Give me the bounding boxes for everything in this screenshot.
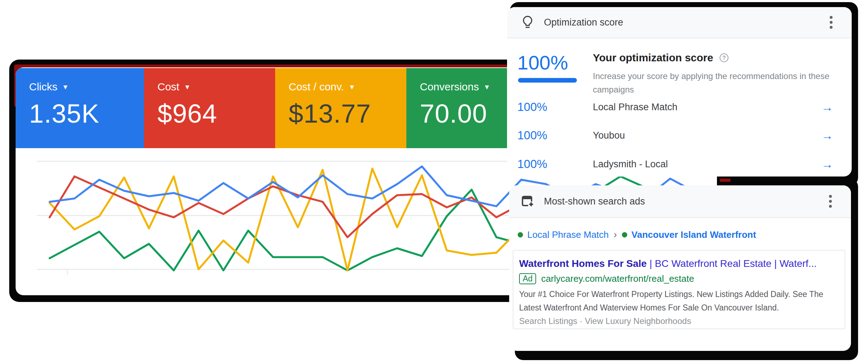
dropdown-caret-icon: ▼ <box>184 84 191 90</box>
metric-label-row: Cost ▼ <box>157 81 275 93</box>
metric-label-row: Cost / conv. ▼ <box>289 81 406 93</box>
optimization-score-panel: Optimization score 100% Your optimizatio… <box>507 7 852 177</box>
metric-value: $13.77 <box>289 99 406 129</box>
ad-headline-bold: Waterfront Homes For Sale <box>519 258 647 269</box>
dropdown-caret-icon: ▼ <box>484 84 490 90</box>
row-campaign-name: Local Phrase Match <box>593 100 678 114</box>
help-icon[interactable]: ? <box>719 52 729 63</box>
lightbulb-icon <box>520 15 535 30</box>
heading-text: Your optimization score <box>593 52 713 64</box>
metric-value: 1.35K <box>29 99 144 129</box>
metric-card-clicks[interactable]: Clicks ▼ 1.35K <box>16 68 144 148</box>
ad-description: Your #1 Choice For Waterfront Property L… <box>519 287 839 314</box>
metric-value: $964 <box>157 99 275 129</box>
campaign-row-local-phrase-match[interactable]: 100% Local Phrase Match → <box>507 100 852 114</box>
arrow-right-icon: → <box>821 100 833 114</box>
arrow-right-icon: → <box>821 157 833 171</box>
row-score: 100% <box>517 128 547 142</box>
optimization-score-value: 100% <box>517 51 568 74</box>
kebab-menu-icon[interactable] <box>830 21 833 24</box>
metric-label: Conversions <box>420 81 479 93</box>
ad-badge: Ad <box>519 273 536 284</box>
arrow-right-icon: → <box>821 128 833 142</box>
description-line: campaigns <box>593 83 829 96</box>
ad-preview-card: Waterfront Homes For Sale | BC Waterfron… <box>513 250 845 329</box>
ad-display-url: carlycarey.com/waterfront/real_estate <box>541 273 694 284</box>
optimization-score-heading: Your optimization score ? <box>593 52 729 64</box>
breadcrumb-separator: › <box>614 229 617 240</box>
ad-sitelinks: Search Listings · View Luxury Neighborho… <box>519 316 839 326</box>
metric-label-row: Clicks ▼ <box>29 81 144 93</box>
breadcrumb-ad-group-link[interactable]: Vancouver Island Waterfront <box>631 229 756 240</box>
search-ads-icon <box>521 194 535 209</box>
dropdown-caret-icon: ▼ <box>349 84 355 90</box>
campaign-row-ladysmith-local[interactable]: 100% Ladysmith - Local → <box>507 157 852 171</box>
row-campaign-name: Youbou <box>593 128 625 142</box>
metric-card-cost[interactable]: Cost ▼ $964 <box>144 68 275 148</box>
breadcrumb: Local Phrase Match › Vancouver Island Wa… <box>518 229 756 240</box>
metric-label: Cost <box>157 81 179 93</box>
row-campaign-name: Ladysmith - Local <box>593 157 668 171</box>
optimization-score-description: Increase your score by applying the reco… <box>593 69 829 96</box>
most-shown-search-ads-panel: Most-shown search ads Local Phrase Match… <box>509 185 851 351</box>
most-shown-panel-header: Most-shown search ads <box>509 185 851 218</box>
red-accent-dash <box>720 179 730 182</box>
kebab-menu-icon[interactable] <box>829 200 832 203</box>
panel-title: Optimization score <box>544 17 623 28</box>
breadcrumb-campaign-link[interactable]: Local Phrase Match <box>527 229 609 240</box>
ad-headline-rest: | BC Waterfront Real Estate | Waterf... <box>647 258 817 269</box>
google-ads-dashboard-composite: Clicks ▼ 1.35K Cost ▼ $964 Cost / conv. … <box>0 0 868 364</box>
ad-description-line: Latest Waterfront And Waterview Homes Fo… <box>519 301 839 314</box>
metric-label: Clicks <box>29 81 57 93</box>
ad-description-line: Your #1 Choice For Waterfront Property L… <box>519 287 839 301</box>
status-dot-icon <box>622 232 627 237</box>
optimization-panel-header: Optimization score <box>507 7 852 38</box>
ad-headline-link[interactable]: Waterfront Homes For Sale | BC Waterfron… <box>519 257 839 270</box>
row-score: 100% <box>517 100 547 114</box>
ad-url-row: Ad carlycarey.com/waterfront/real_estate <box>519 272 839 285</box>
campaign-row-youbou[interactable]: 100% Youbou → <box>507 128 852 142</box>
optimization-score-progress-bar <box>518 78 577 83</box>
panel-title: Most-shown search ads <box>544 196 645 207</box>
svg-text:?: ? <box>723 55 726 61</box>
metric-card-cost-per-conv[interactable]: Cost / conv. ▼ $13.77 <box>275 68 406 148</box>
row-score: 100% <box>517 157 547 171</box>
metric-label: Cost / conv. <box>289 81 344 93</box>
status-dot-icon <box>518 232 523 237</box>
dropdown-caret-icon: ▼ <box>62 84 69 90</box>
description-line: Increase your score by applying the reco… <box>593 69 829 83</box>
